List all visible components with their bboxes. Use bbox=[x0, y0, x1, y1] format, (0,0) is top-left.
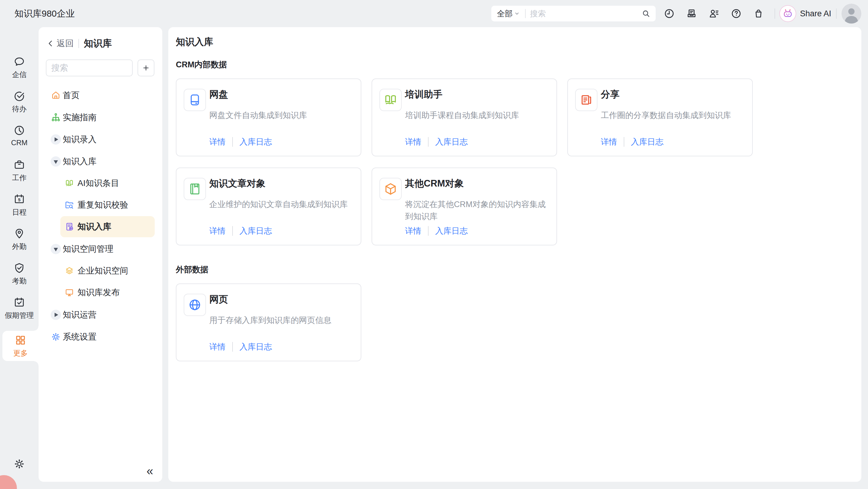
settings-gear-icon[interactable] bbox=[13, 458, 25, 470]
tree-item-impl-guide[interactable]: 实施指南 bbox=[39, 106, 162, 128]
ingest-log-link[interactable]: 入库日志 bbox=[435, 137, 468, 147]
caret-down-icon[interactable] bbox=[51, 244, 61, 254]
tree-item-ent-space[interactable]: 企业知识空间 bbox=[60, 260, 155, 281]
topbar-divider bbox=[775, 8, 775, 19]
detail-link[interactable]: 详情 bbox=[209, 137, 226, 147]
rail-item-crm[interactable]: CRM bbox=[0, 124, 39, 159]
search-input[interactable] bbox=[530, 9, 641, 19]
rail-item-more[interactable]: 更多 bbox=[2, 331, 39, 361]
tree-item-kb-publish[interactable]: 知识库发布 bbox=[60, 282, 155, 303]
ingest-log-link[interactable]: 入库日志 bbox=[435, 226, 468, 236]
global-search[interactable]: 全部 bbox=[491, 6, 656, 22]
caret-triangle bbox=[55, 137, 58, 142]
plus-icon bbox=[142, 63, 151, 73]
link-divider bbox=[232, 342, 233, 352]
search-scope-select[interactable]: 全部 bbox=[497, 8, 520, 19]
tree-item-sys-settings[interactable]: 系统设置 bbox=[39, 326, 162, 348]
topbar-right: 全部 bbox=[491, 4, 861, 24]
sidebar-tree: 首页实施指南知识录入知识入库AI知识条目重复知识校验知识入库知识空间管理企业知识… bbox=[39, 84, 162, 348]
detail-link[interactable]: 详情 bbox=[209, 226, 226, 236]
tree-item-import[interactable]: 知识入库 bbox=[60, 216, 155, 237]
tree-item-operation[interactable]: 知识运营 bbox=[39, 304, 162, 326]
card-grid: 网页用于存储入库到知识库的网页信息详情入库日志 bbox=[176, 283, 764, 361]
rail-item-field-work[interactable]: 外勤 bbox=[0, 228, 39, 262]
chevron-down-icon bbox=[514, 10, 520, 17]
back-button[interactable]: 返回 bbox=[46, 38, 73, 49]
detail-link[interactable]: 详情 bbox=[209, 341, 226, 352]
tree-item-entry-group[interactable]: 知识录入 bbox=[39, 128, 162, 150]
sidebar-search-row bbox=[46, 59, 154, 76]
rail-item-label: 企信 bbox=[12, 70, 27, 79]
detail-link[interactable]: 详情 bbox=[405, 226, 421, 236]
user-avatar[interactable] bbox=[841, 4, 861, 24]
card-title: 培训助手 bbox=[405, 88, 442, 101]
card-description: 培训助手课程自动集成到知识库 bbox=[405, 109, 549, 121]
card-links: 详情入库日志 bbox=[405, 137, 468, 147]
rail-item-attendance[interactable]: 考勤 bbox=[0, 262, 39, 296]
topbar-actions bbox=[658, 5, 770, 22]
detail-link[interactable]: 详情 bbox=[601, 137, 617, 147]
card-description: 企业维护的知识文章自动集成到知识库 bbox=[209, 198, 353, 210]
card-links: 详情入库日志 bbox=[209, 137, 272, 147]
book-open-icon bbox=[384, 93, 398, 107]
card-title: 其他CRM对象 bbox=[405, 177, 464, 190]
section-heading: 外部数据 bbox=[176, 264, 854, 275]
search-scope-value: 全部 bbox=[497, 8, 513, 19]
topbar-divider bbox=[836, 8, 837, 19]
share-ai-button[interactable]: Share AI bbox=[780, 6, 831, 22]
ingest-log-link[interactable]: 入库日志 bbox=[240, 137, 272, 147]
rail-item-todo[interactable]: 待办 bbox=[0, 90, 39, 124]
tree-item-ai-entries[interactable]: AI知识条目 bbox=[60, 173, 155, 194]
rail-item-schedule[interactable]: 5日程 bbox=[0, 193, 39, 228]
caret-down-icon[interactable] bbox=[51, 156, 61, 167]
monitor-icon bbox=[65, 287, 74, 298]
ingest-log-link[interactable]: 入库日志 bbox=[240, 226, 272, 236]
card-description: 用于存储入库到知识库的网页信息 bbox=[209, 314, 353, 326]
history-button[interactable] bbox=[658, 5, 680, 22]
tree-item-dup-check[interactable]: 重复知识校验 bbox=[60, 194, 155, 215]
tree-item-label: 知识库发布 bbox=[78, 287, 120, 298]
globe-icon bbox=[188, 298, 202, 312]
check-circle-icon bbox=[13, 90, 25, 102]
page-title: 知识入库 bbox=[176, 36, 854, 48]
tree-item-home[interactable]: 首页 bbox=[39, 84, 162, 106]
map-pin-icon bbox=[13, 228, 25, 240]
card-knowledge-article: 知识文章对象企业维护的知识文章自动集成到知识库详情入库日志 bbox=[176, 168, 361, 246]
card-webpage: 网页用于存储入库到知识库的网页信息详情入库日志 bbox=[176, 283, 361, 361]
card-icon-tile bbox=[379, 89, 402, 111]
sidebar-title: 知识库 bbox=[84, 37, 112, 50]
card-title: 网盘 bbox=[209, 88, 228, 101]
help-button[interactable] bbox=[725, 5, 747, 22]
svg-text:5: 5 bbox=[18, 197, 21, 202]
caret-right-icon[interactable] bbox=[51, 134, 61, 145]
caret-right-icon[interactable] bbox=[51, 310, 61, 320]
home-icon bbox=[51, 90, 61, 100]
tree-item-space-group[interactable]: 知识空间管理 bbox=[39, 238, 162, 260]
search-icon[interactable] bbox=[641, 9, 651, 19]
card-share: 分享工作圈的分享数据自动集成到知识库详情入库日志 bbox=[567, 79, 753, 156]
rail-item-label: 日程 bbox=[12, 207, 27, 217]
card-links: 详情入库日志 bbox=[209, 341, 272, 352]
rail-item-qixin[interactable]: 企信 bbox=[0, 56, 39, 90]
card-description: 网盘文件自动集成到知识库 bbox=[209, 109, 353, 121]
rail-item-label: CRM bbox=[11, 139, 28, 147]
sidebar-search-input[interactable] bbox=[46, 59, 133, 76]
card-icon-tile bbox=[575, 89, 597, 111]
add-button[interactable] bbox=[137, 59, 154, 76]
ingest-log-link[interactable]: 入库日志 bbox=[240, 341, 272, 352]
contacts-button[interactable] bbox=[703, 5, 725, 22]
workbench-button[interactable] bbox=[680, 5, 703, 22]
rail-item-work[interactable]: 工作 bbox=[0, 159, 39, 193]
app-title: 知识库980企业 bbox=[14, 7, 75, 20]
help-icon bbox=[731, 8, 742, 19]
link-divider bbox=[232, 137, 233, 147]
collapse-sidebar-icon[interactable]: « bbox=[147, 465, 153, 477]
ingest-log-link[interactable]: 入库日志 bbox=[631, 137, 663, 147]
detail-link[interactable]: 详情 bbox=[405, 137, 421, 147]
rail-item-leave-mgmt[interactable]: 假期管理 bbox=[0, 296, 39, 331]
app-mall-button[interactable] bbox=[747, 5, 770, 22]
floating-assistant-button[interactable] bbox=[0, 475, 17, 489]
card-description: 将沉淀在其他CRM对象的知识内容集成到知识库 bbox=[405, 198, 549, 223]
tree-item-import-group[interactable]: 知识入库 bbox=[39, 150, 162, 172]
caret-triangle bbox=[55, 313, 58, 317]
